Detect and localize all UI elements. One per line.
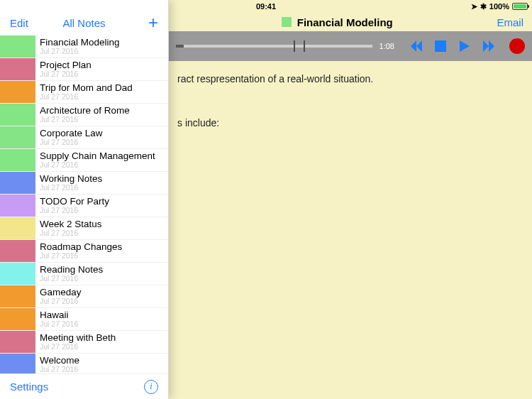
note-title-text: Financial Modeling bbox=[297, 16, 393, 28]
playback-marker[interactable] bbox=[294, 40, 295, 52]
note-row-date: Jul 27 2016 bbox=[40, 161, 155, 169]
record-button[interactable] bbox=[509, 38, 525, 54]
note-color-bar bbox=[0, 195, 35, 217]
list-item[interactable]: GamedayJul 27 2016 bbox=[0, 285, 168, 308]
play-button[interactable] bbox=[457, 38, 472, 54]
note-row-date: Jul 27 2016 bbox=[40, 343, 116, 351]
list-item[interactable]: Reading NotesJul 27 2016 bbox=[0, 263, 168, 285]
note-color-bar bbox=[0, 172, 35, 194]
sidebar-footer: Settings i bbox=[0, 373, 168, 399]
status-right: ➤ ✱ 100% bbox=[365, 2, 528, 11]
settings-button[interactable]: Settings bbox=[10, 381, 48, 393]
list-item[interactable]: Architecture of RomeJul 27 2016 bbox=[0, 104, 168, 126]
bluetooth-icon: ✱ bbox=[480, 2, 487, 11]
note-color-bar bbox=[0, 308, 35, 330]
note-row-date: Jul 27 2016 bbox=[40, 48, 120, 55]
note-row-title: Supply Chain Management bbox=[40, 151, 155, 161]
note-row-title: Working Notes bbox=[40, 174, 102, 184]
note-color-bar bbox=[0, 285, 35, 307]
sidebar-header: Edit All Notes + bbox=[0, 0, 168, 31]
email-button[interactable]: Email bbox=[497, 16, 523, 28]
list-item[interactable]: Financial ModelingJul 27 2016 bbox=[0, 35, 168, 58]
note-row-title: Trip for Mom and Dad bbox=[40, 83, 133, 93]
note-row-date: Jul 27 2016 bbox=[40, 366, 79, 373]
list-item[interactable]: Week 2 StatusJul 27 2016 bbox=[0, 217, 168, 240]
note-color-bar bbox=[0, 331, 35, 353]
battery-percent: 100% bbox=[489, 2, 509, 11]
note-color-bar bbox=[0, 126, 35, 148]
playback-progress bbox=[176, 45, 184, 48]
note-row-date: Jul 27 2016 bbox=[40, 207, 109, 214]
status-time: 09:41 bbox=[167, 2, 365, 11]
add-note-button[interactable]: + bbox=[148, 13, 158, 33]
list-item[interactable]: Trip for Mom and DadJul 27 2016 bbox=[0, 81, 168, 104]
note-row-date: Jul 27 2016 bbox=[40, 184, 102, 192]
note-row-date: Jul 27 2016 bbox=[40, 116, 130, 124]
note-row-title: Gameday bbox=[40, 288, 82, 297]
list-item[interactable]: TODO For PartyJul 27 2016 bbox=[0, 195, 168, 217]
note-row-date: Jul 27 2016 bbox=[40, 70, 92, 78]
note-color-bar bbox=[0, 217, 35, 239]
note-row-date: Jul 27 2016 bbox=[40, 138, 103, 146]
location-icon: ➤ bbox=[471, 2, 477, 11]
note-row-title: Financial Modeling bbox=[40, 38, 120, 48]
note-color-bar bbox=[0, 81, 35, 103]
note-header: Financial Modeling Email bbox=[169, 13, 532, 31]
note-color-bar bbox=[0, 354, 35, 373]
note-line: ract respresentation of a real-world sit… bbox=[177, 71, 523, 87]
note-row-date: Jul 27 2016 bbox=[40, 320, 78, 328]
stop-button[interactable] bbox=[433, 38, 448, 54]
note-row-date: Jul 27 2016 bbox=[40, 93, 133, 101]
playback-marker[interactable] bbox=[304, 40, 305, 52]
note-title: Financial Modeling bbox=[282, 16, 393, 28]
playback-time: 1:08 bbox=[379, 42, 394, 50]
note-color-swatch bbox=[282, 17, 292, 27]
note-row-title: Project Plan bbox=[40, 60, 92, 70]
note-color-bar bbox=[0, 35, 35, 58]
note-row-title: Corporate Law bbox=[40, 129, 103, 138]
note-row-title: Week 2 Status bbox=[40, 219, 102, 229]
note-color-bar bbox=[0, 58, 35, 80]
list-item[interactable]: Supply Chain ManagementJul 27 2016 bbox=[0, 149, 168, 172]
note-row-title: Reading Notes bbox=[40, 265, 103, 275]
edit-button[interactable]: Edit bbox=[10, 17, 28, 29]
note-row-title: Roadmap Changes bbox=[40, 242, 122, 252]
note-line: s include: bbox=[177, 115, 523, 131]
list-item[interactable]: WelcomeJul 27 2016 bbox=[0, 354, 168, 373]
note-row-date: Jul 27 2016 bbox=[40, 252, 122, 260]
note-row-date: Jul 27 2016 bbox=[40, 275, 103, 283]
list-item[interactable]: Working NotesJul 27 2016 bbox=[0, 172, 168, 195]
sidebar: Edit All Notes + Financial ModelingJul 2… bbox=[0, 0, 169, 399]
note-color-bar bbox=[0, 263, 35, 285]
note-row-title: Hawaii bbox=[40, 310, 78, 320]
list-item[interactable]: Corporate LawJul 27 2016 bbox=[0, 126, 168, 149]
note-row-title: Meeting with Beth bbox=[40, 333, 116, 343]
list-item[interactable]: Meeting with BethJul 27 2016 bbox=[0, 331, 168, 354]
playback-track[interactable] bbox=[176, 45, 372, 48]
note-row-date: Jul 27 2016 bbox=[40, 297, 82, 305]
list-item[interactable]: HawaiiJul 27 2016 bbox=[0, 308, 168, 331]
note-row-title: Welcome bbox=[40, 356, 79, 366]
note-color-bar bbox=[0, 104, 35, 126]
list-item[interactable]: Project PlanJul 27 2016 bbox=[0, 58, 168, 81]
notes-list[interactable]: Financial ModelingJul 27 2016Project Pla… bbox=[0, 35, 168, 373]
battery-icon bbox=[512, 3, 528, 10]
audio-player: 1:08 bbox=[169, 31, 532, 61]
info-icon[interactable]: i bbox=[144, 380, 158, 394]
list-item[interactable]: Roadmap ChangesJul 27 2016 bbox=[0, 240, 168, 263]
note-row-date: Jul 27 2016 bbox=[40, 229, 102, 237]
skip-forward-button[interactable] bbox=[481, 38, 497, 54]
skip-back-button[interactable] bbox=[409, 38, 424, 54]
note-row-title: Architecture of Rome bbox=[40, 106, 130, 116]
svg-rect-0 bbox=[435, 40, 446, 52]
note-color-bar bbox=[0, 240, 35, 262]
note-row-title: TODO For Party bbox=[40, 197, 109, 207]
note-body[interactable]: ract respresentation of a real-world sit… bbox=[169, 61, 532, 399]
note-color-bar bbox=[0, 149, 35, 171]
